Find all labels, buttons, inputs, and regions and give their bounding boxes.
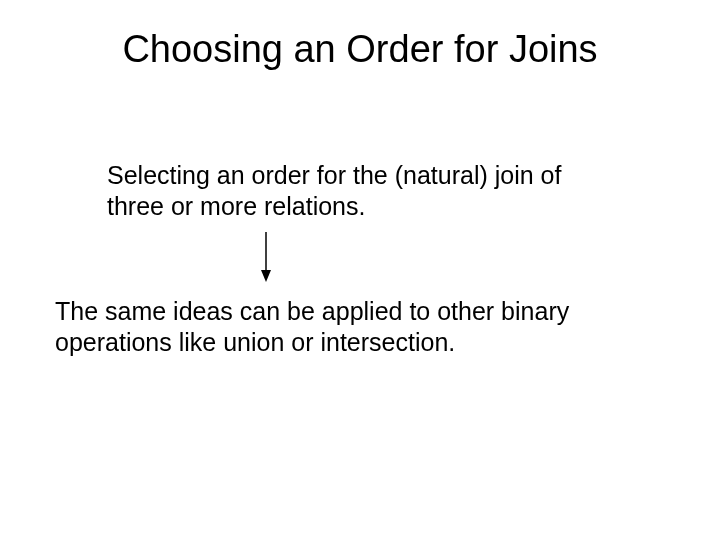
svg-marker-1	[261, 270, 271, 282]
slide-title: Choosing an Order for Joins	[0, 0, 720, 71]
paragraph-1: Selecting an order for the (natural) joi…	[107, 160, 570, 223]
paragraph-2: The same ideas can be applied to other b…	[55, 296, 645, 359]
slide-container: Choosing an Order for Joins Selecting an…	[0, 0, 720, 540]
down-arrow-icon	[265, 232, 267, 278]
